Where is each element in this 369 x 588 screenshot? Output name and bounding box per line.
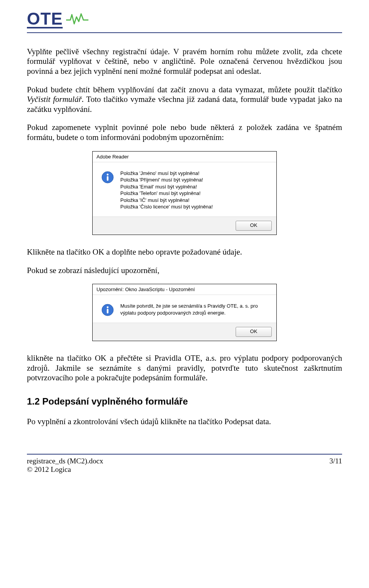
paragraph: klikněte na tlačítko OK a přečtěte si Pr… [27, 353, 342, 383]
message-line: Položka 'Číslo licence' musí být vyplněn… [120, 203, 269, 210]
section-heading: 1.2 Podepsání vyplněného formuláře [27, 396, 342, 407]
message-line: Položka 'Email' musí být vyplněna! [120, 183, 269, 190]
footer-rule [27, 454, 342, 455]
footer-copyright: © 2012 Logica [27, 465, 103, 474]
dialog-buttonbar: OK [93, 217, 276, 235]
dialog-buttonbar: OK [93, 323, 276, 341]
dialog-adobe-warning: Adobe Reader Položka 'Jméno' musí být vy… [92, 151, 277, 235]
paragraph: Pokud se zobrazí následující upozornění, [27, 266, 342, 276]
message-line: Položka 'Telefon' musí být vyplněna! [120, 190, 269, 197]
emphasis: Vyčistit formulář [27, 95, 82, 104]
logo-text: OTE [27, 11, 63, 28]
svg-point-1 [107, 173, 109, 175]
dialog-message: Musíte potvrdit, že jste se seznámil/a s… [120, 303, 269, 316]
logo: OTE [27, 11, 342, 28]
info-icon [101, 303, 114, 316]
logo-wave-icon [66, 12, 89, 27]
paragraph: Pokud budete chtít během vyplňování dat … [27, 85, 342, 115]
ok-button[interactable]: OK [236, 221, 272, 231]
ok-button[interactable]: OK [236, 327, 272, 337]
footer-left: registrace_ds (MC2).docx © 2012 Logica [27, 457, 103, 474]
svg-rect-5 [107, 309, 108, 313]
dialog-body: Položka 'Jméno' musí být vyplněna! Polož… [93, 162, 276, 217]
header-rule [27, 32, 342, 33]
footer: registrace_ds (MC2).docx © 2012 Logica 3… [27, 457, 342, 474]
paragraph: Vyplňte pečlivě všechny registrační údaj… [27, 47, 342, 77]
svg-rect-2 [107, 176, 108, 181]
paragraph: Pokud zapomenete vyplnit povinné pole ne… [27, 123, 342, 142]
dialog-js-warning: Upozornění: Okno JavaScriptu - Upozorněn… [92, 284, 277, 341]
footer-page-number: 3/11 [329, 457, 342, 474]
message-line: Položka 'Jméno' musí být vyplněna! [120, 170, 269, 177]
svg-point-4 [107, 306, 109, 308]
document-page: OTE Vyplňte pečlivě všechny registrační … [0, 0, 369, 588]
message-line: Položka 'IČ' musí být vyplněna! [120, 197, 269, 204]
text: Pokud budete chtít během vyplňování dat … [27, 85, 342, 94]
dialog-title: Adobe Reader [93, 152, 276, 162]
paragraph: Klikněte na tlačítko OK a doplňte nebo o… [27, 247, 342, 257]
info-icon [101, 171, 114, 184]
dialog-body: Musíte potvrdit, že jste se seznámil/a s… [93, 295, 276, 323]
message-line: Položka 'Příjmení' musí být vyplněna! [120, 177, 269, 183]
footer-filename: registrace_ds (MC2).docx [27, 457, 103, 465]
paragraph: Po vyplnění a zkontrolování všech údajů … [27, 417, 342, 427]
dialog-message: Položka 'Jméno' musí být vyplněna! Polož… [120, 170, 269, 210]
dialog-title: Upozornění: Okno JavaScriptu - Upozorněn… [93, 284, 276, 295]
